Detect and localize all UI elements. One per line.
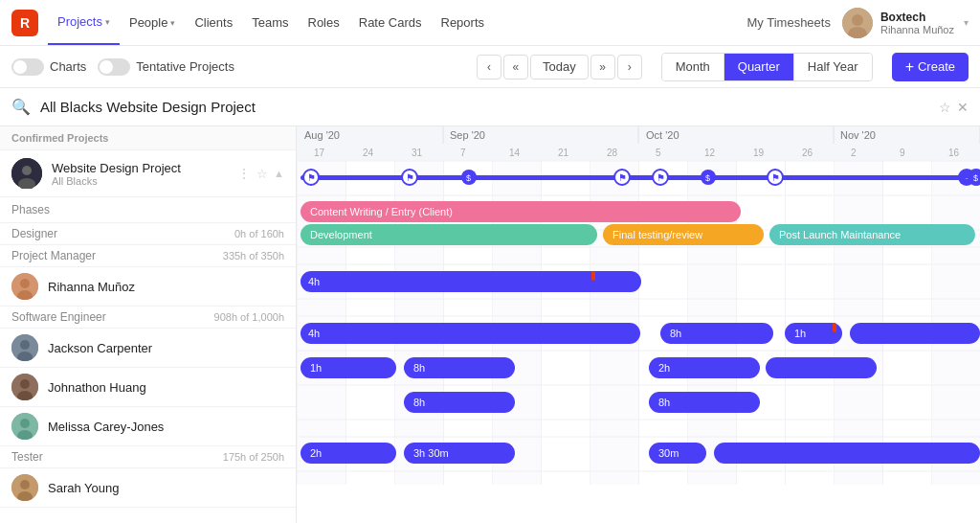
svg-text:⚑: ⚑ bbox=[771, 172, 780, 183]
star-icon[interactable]: ☆ bbox=[939, 100, 951, 115]
svg-text:$: $ bbox=[705, 173, 710, 183]
svg-text:14: 14 bbox=[509, 148, 521, 158]
svg-text:8h: 8h bbox=[413, 397, 425, 408]
svg-text:Oct '20: Oct '20 bbox=[646, 129, 679, 141]
person-row-jackson[interactable]: Jackson Carpenter bbox=[0, 329, 296, 368]
svg-text:8h: 8h bbox=[670, 328, 681, 339]
avatar-rihanna bbox=[11, 273, 38, 300]
nav-clients[interactable]: Clients bbox=[185, 0, 242, 45]
more-icon[interactable]: ⋮ bbox=[237, 166, 251, 181]
star-icon[interactable]: ☆ bbox=[256, 167, 268, 181]
project-actions: ⋮ ☆ ▲ bbox=[237, 166, 284, 181]
svg-point-4 bbox=[22, 166, 32, 175]
role-row-designer: Designer 0h of 160h bbox=[0, 223, 296, 245]
toolbar: Charts Tentative Projects ‹ « Today » › … bbox=[0, 46, 980, 88]
svg-text:8h: 8h bbox=[658, 397, 670, 408]
svg-text:9: 9 bbox=[900, 148, 905, 158]
svg-rect-122 bbox=[714, 443, 980, 464]
svg-rect-26 bbox=[492, 126, 541, 485]
user-info: Boxtech Rihanna Muñoz bbox=[880, 11, 954, 35]
top-navigation: R Projects ▾ People ▾ Clients Teams Role… bbox=[0, 0, 980, 46]
person-row-rihanna[interactable]: Rihanna Muñoz bbox=[0, 267, 296, 307]
fast-next-button[interactable]: » bbox=[590, 55, 615, 80]
nav-roles[interactable]: Roles bbox=[299, 0, 349, 45]
left-panel: Confirmed Projects Website Design Projec… bbox=[0, 126, 297, 523]
svg-text:16: 16 bbox=[948, 148, 960, 158]
svg-text:Aug '20: Aug '20 bbox=[304, 129, 340, 141]
gantt-chart: Aug '20 Sep '20 Oct '20 Nov '20 17 24 31… bbox=[297, 126, 980, 485]
person-row-johnathon[interactable]: Johnathon Huang bbox=[0, 368, 296, 407]
svg-text:26: 26 bbox=[802, 148, 813, 158]
collapse-icon[interactable]: ▲ bbox=[274, 168, 284, 179]
avatar-melissa bbox=[11, 413, 38, 440]
svg-point-1 bbox=[852, 14, 863, 26]
svg-text:21: 21 bbox=[558, 148, 569, 158]
svg-text:Development: Development bbox=[310, 229, 372, 240]
svg-text:1h: 1h bbox=[794, 328, 806, 339]
project-row[interactable]: Website Design Project All Blacks ⋮ ☆ ▲ bbox=[0, 150, 296, 197]
role-row-tester: Tester 175h of 250h bbox=[0, 446, 296, 468]
svg-point-19 bbox=[20, 480, 30, 489]
svg-text:Nov '20: Nov '20 bbox=[840, 129, 876, 141]
svg-rect-94 bbox=[301, 271, 641, 292]
tentative-toggle[interactable] bbox=[98, 58, 130, 76]
close-icon[interactable]: ✕ bbox=[957, 100, 969, 115]
avatar-johnathon bbox=[11, 374, 38, 400]
fast-prev-button[interactable]: « bbox=[503, 55, 528, 80]
svg-text:$: $ bbox=[466, 173, 471, 183]
month-view-button[interactable]: Month bbox=[662, 54, 724, 80]
svg-text:19: 19 bbox=[753, 148, 765, 158]
main-content: Confirmed Projects Website Design Projec… bbox=[0, 126, 980, 523]
today-button[interactable]: Today bbox=[530, 55, 589, 80]
role-row-se: Software Engineer 908h of 1,000h bbox=[0, 307, 296, 329]
gantt-panel: Aug '20 Sep '20 Oct '20 Nov '20 17 24 31… bbox=[297, 126, 980, 523]
next-button[interactable]: › bbox=[617, 55, 642, 80]
svg-text:Post Launch Maintanance: Post Launch Maintanance bbox=[779, 229, 901, 240]
svg-text:5: 5 bbox=[656, 148, 661, 158]
nav-rate-cards[interactable]: Rate Cards bbox=[349, 0, 432, 45]
tentative-label: Tentative Projects bbox=[136, 59, 234, 74]
chevron-down-icon: ▾ bbox=[105, 17, 110, 27]
nav-teams[interactable]: Teams bbox=[242, 0, 298, 45]
charts-toggle-wrap: Charts bbox=[11, 58, 86, 76]
project-info: Website Design Project All Blacks bbox=[52, 161, 237, 187]
svg-text:31: 31 bbox=[412, 148, 423, 158]
svg-rect-111 bbox=[766, 357, 877, 378]
nav-people[interactable]: People ▾ bbox=[120, 0, 185, 45]
create-button[interactable]: + Create bbox=[892, 53, 969, 81]
svg-text:Content Writing / Entry (Clien: Content Writing / Entry (Client) bbox=[310, 206, 453, 217]
svg-text:30m: 30m bbox=[658, 447, 679, 459]
svg-text:12: 12 bbox=[704, 148, 716, 158]
svg-rect-40 bbox=[297, 144, 980, 161]
svg-text:7: 7 bbox=[460, 148, 466, 158]
avatar-jackson bbox=[11, 334, 38, 361]
user-menu[interactable]: Boxtech Rihanna Muñoz ▾ bbox=[842, 8, 969, 38]
halfyear-view-button[interactable]: Half Year bbox=[794, 54, 872, 80]
search-actions: ☆ ✕ bbox=[939, 100, 969, 115]
phases-row: Phases bbox=[0, 197, 296, 223]
svg-text:⚑: ⚑ bbox=[657, 172, 665, 183]
search-query: All Blacks Website Design Project bbox=[40, 99, 929, 115]
my-timesheets-link[interactable]: My Timesheets bbox=[747, 15, 831, 30]
svg-text:Sep '20: Sep '20 bbox=[450, 129, 485, 141]
svg-text:1h: 1h bbox=[310, 362, 322, 374]
svg-rect-29 bbox=[834, 126, 882, 485]
person-row-melissa[interactable]: Melissa Carey-Jones bbox=[0, 407, 296, 446]
svg-rect-27 bbox=[590, 126, 638, 485]
nav-projects[interactable]: Projects ▾ bbox=[48, 0, 120, 45]
chevron-down-icon: ▾ bbox=[964, 17, 969, 28]
nav-reports[interactable]: Reports bbox=[432, 0, 495, 45]
charts-toggle[interactable] bbox=[11, 58, 44, 76]
quarter-view-button[interactable]: Quarter bbox=[724, 54, 794, 80]
charts-label: Charts bbox=[50, 59, 86, 74]
svg-rect-104 bbox=[850, 323, 980, 344]
tentative-toggle-wrap: Tentative Projects bbox=[98, 58, 234, 76]
svg-text:17: 17 bbox=[314, 148, 325, 158]
prev-button[interactable]: ‹ bbox=[477, 55, 501, 80]
svg-text:⚑: ⚑ bbox=[618, 172, 627, 183]
avatar-sarah bbox=[11, 474, 38, 501]
view-selector: Month Quarter Half Year bbox=[661, 53, 873, 81]
person-row-sarah[interactable]: Sarah Young bbox=[0, 468, 296, 508]
svg-text:28: 28 bbox=[607, 148, 618, 158]
svg-text:8h: 8h bbox=[413, 362, 425, 374]
